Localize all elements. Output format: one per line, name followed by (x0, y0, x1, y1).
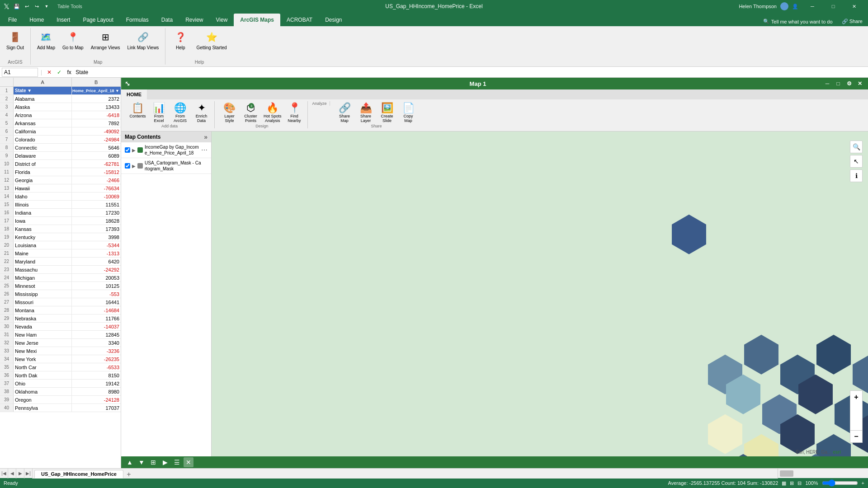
cell-state-21[interactable]: Maine (14, 249, 72, 257)
table-row[interactable]: 8 Connectic 5646 (0, 144, 121, 152)
table-row[interactable]: 34 New York -26235 (0, 355, 121, 363)
redo-icon[interactable]: ↪ (33, 3, 40, 10)
cell-state-35[interactable]: North Car (14, 363, 72, 371)
undo-icon[interactable]: ↩ (23, 3, 30, 10)
cell-state-29[interactable]: Nebraska (14, 314, 72, 322)
tab-review[interactable]: Review (179, 14, 209, 26)
table-row[interactable]: 12 Georgia -2466 (0, 176, 121, 184)
nav-up-button[interactable]: ▲ (125, 457, 135, 467)
cell-value-11[interactable]: -15812 (72, 168, 121, 176)
cell-value-35[interactable]: -6533 (72, 363, 121, 371)
formula-input[interactable] (75, 69, 866, 75)
cell-value-32[interactable]: 3340 (72, 339, 121, 347)
cell-state-39[interactable]: Oregon (14, 396, 72, 404)
share-button[interactable]: 🔗 Share (838, 17, 866, 26)
map-layer-1[interactable]: ▶ IncomeGap by Gap_Income_Home_Price_Apr… (121, 142, 211, 158)
table-row[interactable]: 37 Ohio 19142 (0, 380, 121, 388)
cell-value-28[interactable]: -14684 (72, 306, 121, 314)
cell-state-6[interactable]: California (14, 127, 72, 135)
cell-value-8[interactable]: 5646 (72, 144, 121, 151)
scroll-first-button[interactable]: |◀ (0, 469, 8, 479)
table-row[interactable]: 35 North Car -6533 (0, 363, 121, 371)
cell-state-23[interactable]: Massachu (14, 266, 72, 273)
cell-state-10[interactable]: District of (14, 160, 72, 168)
cell-value-30[interactable]: -14037 (72, 323, 121, 330)
cell-value-24[interactable]: 20053 (72, 274, 121, 282)
cell-state-32[interactable]: New Jerse (14, 339, 72, 347)
insert-function-button[interactable]: fx (65, 68, 74, 77)
cell-state-16[interactable]: Indiana (14, 209, 72, 216)
col-header-a[interactable]: A (14, 78, 72, 86)
cell-value-18[interactable]: 17393 (72, 225, 121, 233)
table-row[interactable]: 31 New Ham 12845 (0, 331, 121, 339)
map-info-button[interactable]: ℹ (850, 169, 863, 182)
share-map-button[interactable]: 🔗 ShareMap (335, 101, 355, 124)
cell-state-12[interactable]: Georgia (14, 176, 72, 184)
cell-value-27[interactable]: 16441 (72, 298, 121, 306)
nav-down-button[interactable]: ▼ (137, 457, 146, 467)
tab-data[interactable]: Data (155, 14, 179, 26)
cell-value-10[interactable]: -62781 (72, 160, 121, 168)
tab-design[interactable]: Design (319, 14, 348, 26)
tab-view[interactable]: View (210, 14, 234, 26)
table-row[interactable]: 5 Arkansas 7892 (0, 119, 121, 127)
cell-state-18[interactable]: Kansas (14, 225, 72, 233)
cell-state-9[interactable]: Delaware (14, 152, 72, 160)
horizontal-scrollbar[interactable] (778, 469, 868, 479)
cell-value-38[interactable]: 8980 (72, 388, 121, 395)
tab-insert[interactable]: Insert (50, 14, 76, 26)
cell-state-4[interactable]: Arizona (14, 111, 72, 119)
pagebreak-view-icon[interactable]: ⊟ (797, 480, 802, 486)
cell-state-20[interactable]: Louisiana (14, 241, 72, 249)
table-row[interactable]: 20 Louisiana -5344 (0, 241, 121, 249)
map-contents-collapse-button[interactable]: » (204, 133, 208, 141)
cell-value-2[interactable]: 2372 (72, 95, 121, 103)
cell-state-7[interactable]: Colorado (14, 136, 72, 143)
cell-state-30[interactable]: Nevada (14, 323, 72, 330)
cell-value-40[interactable]: 17037 (72, 404, 121, 412)
cell-value-12[interactable]: -2466 (72, 176, 121, 184)
cell-state-25[interactable]: Minnesot (14, 282, 72, 290)
cell-value-37[interactable]: 19142 (72, 380, 121, 387)
map-tab-home[interactable]: HOME (121, 89, 147, 99)
share-layer-button[interactable]: 📤 ShareLayer (356, 101, 376, 124)
name-box[interactable] (2, 68, 38, 77)
table-row[interactable]: 3 Alaska 13433 (0, 103, 121, 111)
cell-a1[interactable]: State ▼ (14, 87, 72, 94)
tab-file[interactable]: File (2, 14, 23, 26)
cell-state-26[interactable]: Mississipp (14, 290, 72, 298)
find-nearby-button[interactable]: 📍 FindNearby (284, 101, 305, 124)
map-layer-2[interactable]: ▶ USA_Cartogram_Mask - Cartogram_Mask (121, 158, 211, 174)
nav-close-button[interactable]: ✕ (184, 457, 193, 467)
cell-value-19[interactable]: 3998 (72, 233, 121, 241)
cell-value-36[interactable]: 8150 (72, 371, 121, 379)
table-row[interactable]: 23 Massachu -24292 (0, 266, 121, 274)
table-row[interactable]: 25 Minnesot 10125 (0, 282, 121, 290)
map-cursor-button[interactable]: ↖ (850, 155, 863, 168)
cell-state-22[interactable]: Maryland (14, 258, 72, 265)
cell-value-31[interactable]: 12845 (72, 331, 121, 338)
nav-grid-button[interactable]: ⊞ (148, 457, 158, 467)
add-sheet-button[interactable]: + (124, 470, 133, 479)
layer-1-menu-button[interactable]: ⋯ (201, 146, 208, 154)
zoom-in-status-button[interactable]: + (862, 480, 864, 486)
cell-state-8[interactable]: Connectic (14, 144, 72, 151)
link-map-button[interactable]: 🔗 Link Map Views (125, 28, 162, 52)
table-row[interactable]: 28 Montana -14684 (0, 306, 121, 314)
map-close-button[interactable]: ✕ (855, 79, 864, 88)
table-row[interactable]: 6 California -49092 (0, 127, 121, 136)
cell-value-23[interactable]: -24292 (72, 266, 121, 273)
from-arcgis-button[interactable]: 🌐 FromArcGIS (170, 101, 190, 124)
table-row[interactable]: 26 Mississipp -553 (0, 290, 121, 298)
hot-spots-button[interactable]: 🔥 Hot SpotsAnalysis (262, 101, 283, 124)
minimize-button[interactable]: ─ (802, 0, 823, 13)
cell-value-14[interactable]: -10069 (72, 192, 121, 200)
layer-2-checkbox[interactable] (125, 163, 130, 169)
table-row[interactable]: 15 Illinois 11551 (0, 201, 121, 209)
cell-state-17[interactable]: Iowa (14, 217, 72, 225)
cell-value-33[interactable]: -3236 (72, 347, 121, 355)
go-to-map-button[interactable]: 📍 Go to Map (60, 28, 86, 52)
cell-state-14[interactable]: Idaho (14, 192, 72, 200)
enter-formula-button[interactable]: ✓ (55, 68, 64, 77)
layer-1-expand-icon[interactable]: ▶ (132, 148, 136, 153)
